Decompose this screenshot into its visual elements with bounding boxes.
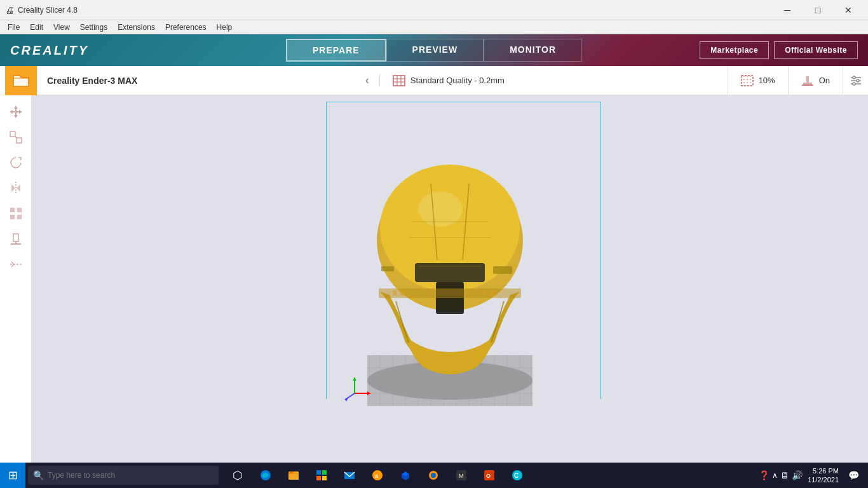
helmet-model (342, 139, 558, 419)
svg-rect-24 (10, 208, 15, 212)
taskbar: ⊞ 🔍 ⬡ a M O C (0, 463, 868, 488)
svg-rect-0 (393, 76, 405, 86)
app-title: Creality Slicer 4.8 (18, 6, 78, 15)
svg-point-15 (853, 76, 855, 79)
support-label: On (819, 76, 830, 85)
tool-scale[interactable] (4, 126, 27, 149)
infill-label: 10% (759, 76, 775, 85)
dropbox-icon[interactable] (391, 463, 419, 488)
menu-file[interactable]: File (3, 22, 25, 33)
left-sidebar (0, 95, 32, 463)
tray-help-icon[interactable]: ❓ (759, 470, 770, 480)
tool-move[interactable] (4, 100, 27, 123)
settings-icon (850, 74, 862, 87)
search-input[interactable] (48, 471, 200, 480)
menu-settings[interactable]: Settings (75, 22, 112, 33)
main-area (0, 95, 868, 463)
svg-text:O: O (486, 473, 491, 479)
explorer-icon[interactable] (280, 463, 308, 488)
quality-label: Standard Quality - 0.2mm (410, 76, 505, 85)
svg-rect-18 (10, 132, 15, 137)
open-folder-button[interactable] (5, 66, 37, 95)
svg-rect-27 (17, 215, 22, 219)
tool-mirror[interactable] (4, 177, 27, 200)
svg-rect-86 (316, 476, 321, 480)
clock-date: 11/2/2021 (808, 475, 839, 484)
tab-preview[interactable]: PREVIEW (386, 39, 484, 62)
tool-arrange[interactable] (4, 202, 27, 225)
close-button[interactable]: ✕ (834, 0, 863, 20)
svg-rect-59 (379, 288, 521, 298)
minimize-button[interactable]: ─ (773, 0, 802, 20)
svg-rect-85 (322, 470, 327, 475)
app-header: CREALITY PREPARE PREVIEW MONITOR Marketp… (0, 34, 868, 66)
tray-volume-icon[interactable]: 🔊 (792, 470, 803, 480)
tab-monitor[interactable]: MONITOR (484, 39, 582, 62)
settings-icon-button[interactable] (843, 66, 868, 95)
official-website-button[interactable]: Official Website (774, 41, 858, 59)
svg-line-20 (15, 137, 17, 138)
menu-bar: File Edit View Settings Extensions Prefe… (0, 20, 868, 34)
menu-preferences[interactable]: Preferences (160, 22, 212, 33)
svg-rect-62 (483, 290, 487, 295)
header-right: Marketplace Official Website (700, 41, 858, 59)
svg-rect-64 (493, 266, 512, 274)
taskview-button[interactable]: ⬡ (224, 463, 252, 488)
taskbar-right: ❓ ∧ 🖥 🔊 5:26 PM 11/2/2021 💬 (754, 463, 868, 488)
clock-time: 5:26 PM (808, 466, 839, 475)
mail-icon[interactable] (336, 463, 363, 488)
tool-rotate[interactable] (4, 151, 27, 174)
svg-rect-84 (316, 470, 321, 475)
svg-rect-10 (806, 76, 809, 83)
support-area[interactable]: On (789, 66, 843, 95)
search-bar-container[interactable]: 🔍 (28, 466, 219, 485)
amazon-icon[interactable]: a (363, 463, 391, 488)
svg-marker-22 (11, 184, 15, 192)
svg-point-95 (431, 473, 436, 478)
search-icon: 🔍 (33, 470, 44, 480)
maximize-button[interactable]: □ (803, 0, 832, 20)
svg-text:M: M (459, 473, 464, 479)
printer-name-area: Creality Ender-3 MAX ‹ (37, 74, 380, 87)
svg-rect-61 (400, 290, 404, 295)
unknown-app-icon[interactable]: M (447, 463, 475, 488)
office-icon[interactable]: O (475, 463, 503, 488)
infill-icon (741, 75, 754, 86)
menu-view[interactable]: View (48, 22, 75, 33)
app-icon: 🖨 (5, 5, 14, 15)
tool-support[interactable] (4, 227, 27, 250)
tool-cut[interactable] (4, 253, 27, 276)
printer-nav-chevron[interactable]: ‹ (365, 74, 369, 87)
start-button[interactable]: ⊞ (0, 463, 25, 488)
menu-extensions[interactable]: Extensions (112, 22, 160, 33)
viewport[interactable] (32, 95, 868, 463)
infill-area[interactable]: 10% (728, 66, 789, 95)
edge-icon[interactable] (252, 463, 280, 488)
marketplace-button[interactable]: Marketplace (700, 41, 769, 59)
clock[interactable]: 5:26 PM 11/2/2021 (808, 466, 839, 485)
store-icon[interactable] (308, 463, 336, 488)
support-icon (801, 75, 814, 86)
notification-icon[interactable]: 💬 (844, 463, 863, 488)
tray-expand-icon[interactable]: ∧ (772, 471, 778, 480)
svg-rect-87 (322, 476, 327, 480)
svg-rect-5 (742, 76, 753, 86)
svg-marker-23 (17, 184, 20, 192)
creality-logo: CREALITY (10, 43, 89, 58)
firefox-icon[interactable] (419, 463, 447, 488)
svg-rect-60 (393, 290, 397, 295)
tray-network-icon[interactable]: 🖥 (780, 470, 789, 480)
menu-help[interactable]: Help (212, 22, 238, 33)
svg-rect-19 (17, 138, 22, 143)
quality-icon (393, 75, 405, 86)
svg-line-70 (345, 393, 355, 400)
printer-name: Creality Ender-3 MAX (47, 76, 137, 86)
svg-rect-26 (10, 215, 15, 219)
quality-area[interactable]: Standard Quality - 0.2mm (380, 66, 728, 95)
menu-edit[interactable]: Edit (25, 22, 48, 33)
creality-taskbar-icon[interactable]: C (503, 463, 531, 488)
taskbar-icons: ⬡ a M O C (224, 463, 531, 488)
nav-tabs: PREPARE PREVIEW MONITOR (286, 39, 582, 62)
tab-prepare[interactable]: PREPARE (286, 39, 386, 62)
svg-point-17 (853, 83, 855, 85)
